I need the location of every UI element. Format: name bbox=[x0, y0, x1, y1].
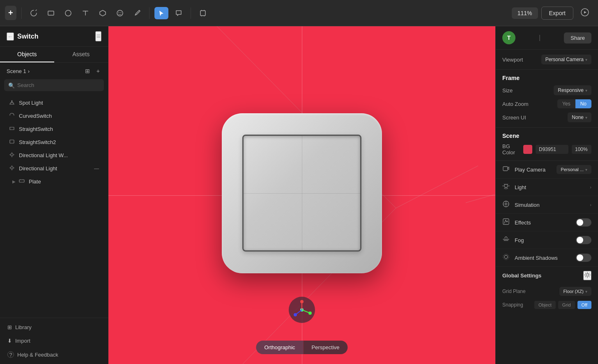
light-row[interactable]: Light › bbox=[496, 179, 598, 196]
global-settings-label: Global Settings bbox=[502, 272, 541, 279]
list-item[interactable]: Directional Light W... bbox=[2, 149, 106, 162]
svg-point-17 bbox=[11, 167, 13, 169]
svg-point-3 bbox=[118, 12, 119, 13]
list-item[interactable]: StraightSwitch2 👁 bbox=[2, 136, 106, 149]
size-row: Size Responsive ▾ bbox=[502, 85, 591, 95]
list-item[interactable]: ▶ Plate bbox=[2, 175, 106, 188]
tool-3d-shape[interactable] bbox=[96, 7, 110, 19]
snap-grid-button[interactable]: Grid bbox=[558, 301, 575, 309]
bg-color-label: BG Color bbox=[502, 143, 517, 156]
tool-rect[interactable] bbox=[44, 7, 58, 19]
help-button[interactable]: ? Help & Feedback bbox=[4, 348, 104, 361]
light-left: Light bbox=[502, 183, 526, 192]
lock-icon-2[interactable]: 🔒 bbox=[80, 126, 86, 132]
ambient-shadows-row[interactable]: Ambient Shadows bbox=[496, 249, 598, 267]
perspective-button[interactable]: Perspective bbox=[304, 341, 348, 354]
svg-point-39 bbox=[503, 254, 509, 260]
menu-button[interactable]: ≡ bbox=[95, 31, 101, 41]
fog-toggle-knob bbox=[577, 237, 583, 243]
bg-color-hex-input[interactable] bbox=[536, 145, 568, 154]
fog-row[interactable]: Fog bbox=[496, 231, 598, 249]
tab-assets[interactable]: Assets bbox=[54, 47, 108, 62]
tool-lasso[interactable] bbox=[27, 7, 41, 19]
size-select[interactable]: Responsive ▾ bbox=[554, 85, 591, 95]
import-button[interactable]: ⬇ Import bbox=[4, 335, 104, 347]
tool-text[interactable] bbox=[78, 7, 92, 19]
back-button[interactable]: ← bbox=[7, 32, 14, 41]
list-item[interactable]: StraightSwitch 🔒 — 👁 bbox=[2, 123, 106, 135]
hide-icon-2[interactable]: — bbox=[87, 126, 92, 132]
frame-title: Frame bbox=[502, 75, 591, 81]
global-settings-icon[interactable] bbox=[583, 271, 591, 280]
spot-light-label: Spot Light bbox=[19, 100, 99, 106]
tool-pen[interactable] bbox=[130, 7, 144, 19]
scene-actions: ⊞ + bbox=[83, 67, 101, 75]
lock-icon[interactable]: 🔒 bbox=[80, 113, 86, 119]
list-item[interactable]: Spot Light bbox=[2, 96, 106, 109]
simulation-row[interactable]: Simulation › bbox=[496, 196, 598, 214]
tool-frame[interactable] bbox=[196, 7, 210, 19]
screen-ui-label: Screen UI bbox=[502, 114, 526, 121]
svg-rect-22 bbox=[19, 180, 24, 182]
play-camera-select[interactable]: Personal ... ▾ bbox=[557, 165, 591, 174]
viewport-select[interactable]: Personal Camera ▾ bbox=[541, 55, 591, 64]
scene-grid-view[interactable]: ⊞ bbox=[83, 67, 92, 75]
straight-switch2-icon bbox=[9, 139, 16, 146]
tool-pointer[interactable] bbox=[154, 7, 168, 19]
scene-add[interactable]: + bbox=[95, 67, 101, 75]
tool-comment[interactable] bbox=[172, 7, 186, 19]
orthographic-button[interactable]: Orthographic bbox=[256, 341, 303, 354]
auto-zoom-row: Auto Zoom Yes No bbox=[502, 99, 591, 108]
tool-ellipse[interactable] bbox=[61, 7, 75, 19]
toolbar-divider-1 bbox=[21, 7, 22, 19]
switch-3d-object[interactable] bbox=[222, 113, 382, 277]
bg-color-opacity-input[interactable] bbox=[572, 145, 591, 154]
search-input[interactable] bbox=[4, 79, 104, 91]
eye-icon[interactable]: 👁 bbox=[94, 113, 99, 119]
play-camera-row[interactable]: Play Camera Personal ... ▾ bbox=[496, 161, 598, 179]
tab-objects[interactable]: Objects bbox=[0, 47, 54, 62]
snapping-row: Snapping Object Grid Off bbox=[496, 298, 598, 311]
fog-toggle[interactable] bbox=[576, 236, 591, 244]
export-button[interactable]: Export bbox=[541, 7, 573, 20]
scene-section: Scene BG Color bbox=[496, 128, 598, 161]
canvas-area[interactable]: Orthographic Perspective bbox=[108, 26, 495, 364]
list-item[interactable]: CurvedSwitch 🔒 — 👁 bbox=[2, 110, 106, 122]
light-arrow-icon: › bbox=[590, 185, 591, 190]
share-button[interactable]: Share bbox=[564, 32, 591, 43]
eye-icon-3[interactable]: 👁 bbox=[94, 140, 99, 145]
auto-zoom-no[interactable]: No bbox=[575, 99, 591, 108]
bg-color-swatch[interactable] bbox=[523, 145, 532, 154]
chevron-down-icon: ▾ bbox=[585, 57, 587, 62]
simulation-arrow-icon: › bbox=[590, 202, 591, 207]
panel-collapse-button[interactable]: | bbox=[539, 34, 540, 41]
screen-ui-select[interactable]: None ▾ bbox=[568, 112, 591, 122]
effects-toggle[interactable] bbox=[576, 218, 591, 227]
add-button[interactable]: + bbox=[5, 6, 16, 20]
ambient-shadows-toggle[interactable] bbox=[576, 254, 591, 262]
simulation-icon bbox=[502, 200, 511, 209]
zoom-control[interactable]: 111% bbox=[512, 7, 538, 19]
effects-row[interactable]: Effects bbox=[496, 214, 598, 231]
hide-icon-4[interactable]: — bbox=[94, 166, 99, 172]
snap-object-button[interactable]: Object bbox=[534, 301, 556, 309]
hide-icon[interactable]: — bbox=[87, 113, 92, 119]
objects-list: Spot Light CurvedSwitch 🔒 — 👁 Stra bbox=[0, 94, 108, 318]
svg-line-26 bbox=[396, 166, 478, 208]
list-item[interactable]: Directional Light — bbox=[2, 162, 106, 175]
tool-emoji[interactable] bbox=[113, 7, 127, 19]
transform-gizmo[interactable] bbox=[289, 297, 315, 323]
library-button[interactable]: ⊞ Library bbox=[4, 321, 104, 333]
size-chevron-icon: ▾ bbox=[585, 88, 587, 93]
sidebar-title-area: ← Switch bbox=[7, 32, 39, 41]
eye-icon-2[interactable]: 👁 bbox=[94, 126, 99, 132]
effects-toggle-knob bbox=[577, 219, 583, 226]
play-button[interactable] bbox=[577, 6, 593, 21]
fog-label: Fog bbox=[515, 237, 524, 243]
scene-label[interactable]: Scene 1 › bbox=[7, 68, 30, 74]
grid-plane-select[interactable]: Floor (XZ) ▾ bbox=[559, 287, 592, 296]
snap-off-button[interactable]: Off bbox=[577, 301, 591, 309]
straight-switch2-label: StraightSwitch2 bbox=[19, 139, 91, 145]
auto-zoom-yes[interactable]: Yes bbox=[557, 99, 575, 108]
svg-point-4 bbox=[120, 12, 121, 13]
